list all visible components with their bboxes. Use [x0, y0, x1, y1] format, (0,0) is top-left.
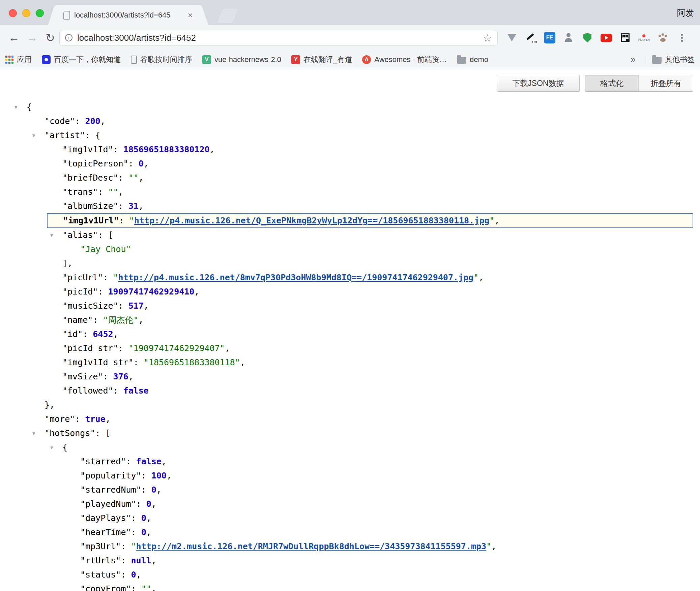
other-bookmarks[interactable]: 其他书签 [646, 55, 695, 65]
collapse-arrow-icon[interactable]: ▼ [50, 440, 53, 455]
json-line: "mp3Url": "http://m2.music.126.net/RMJR7… [0, 539, 700, 554]
json-line: "picId_str": "19097417462929407", [0, 341, 700, 355]
profile-name[interactable]: 阿发 [677, 7, 694, 19]
json-line-highlighted: "img1v1Url": "http://p4.music.126.net/Q_… [47, 213, 693, 228]
json-line: "starred": false, [0, 455, 700, 469]
view-mode-toggle: 格式化 折叠所有 [585, 75, 693, 92]
player-icon: PLAYER [638, 34, 650, 41]
page-icon [131, 56, 137, 64]
bookmarks-overflow-chevron[interactable]: » [631, 54, 636, 65]
apps-grid-icon [5, 56, 13, 64]
json-line: ▼{ [0, 100, 700, 114]
bookmark-baidu[interactable]: 百度一下，你就知道 [42, 55, 121, 65]
json-line: "albumSize": 31, [0, 199, 700, 213]
extensions-row: en FE PLAYER [505, 31, 689, 44]
json-line: ▼{ [0, 440, 700, 455]
forward-button[interactable]: → [23, 31, 41, 44]
bookmark-apps[interactable]: 应用 [5, 55, 32, 65]
url-bar[interactable]: i localhost:3000/artists?id=6452 ☆ [59, 30, 498, 45]
browser-menu-icon[interactable] [675, 31, 689, 44]
bookmark-label: demo [470, 55, 488, 64]
json-line: ▼"artist": { [0, 128, 700, 143]
json-line: "copyFrom": "", [0, 582, 700, 591]
json-url-link[interactable]: http://p4.music.126.net/8mv7qP30Pd3oHW8b… [118, 273, 474, 282]
page-content: 下载JSON数据 格式化 折叠所有 ▼{"code": 200,▼"artist… [0, 69, 700, 591]
json-tree: ▼{"code": 200,▼"artist": {"img1v1Id": 18… [0, 100, 700, 591]
folder-icon [652, 57, 662, 64]
json-line: "img1v1Id": 18569651883380120, [0, 143, 700, 157]
collapse-arrow-icon[interactable]: ▼ [50, 228, 53, 242]
kebab-menu-icon [681, 34, 683, 42]
json-url-link[interactable]: http://m2.music.126.net/RMJR7wDullRqppBk… [136, 541, 487, 551]
window-minimize-button[interactable] [22, 9, 30, 17]
navigation-bar: ← → ↻ i localhost:3000/artists?id=6452 ☆… [0, 25, 700, 50]
window-close-button[interactable] [9, 9, 17, 17]
json-line: "dayPlays": 0, [0, 511, 700, 525]
back-button[interactable]: ← [5, 31, 23, 44]
paw-extension-icon[interactable] [656, 31, 670, 44]
json-line: "briefDesc": "", [0, 171, 700, 185]
json-line: "code": 200, [0, 114, 700, 128]
play-icon [601, 34, 612, 42]
json-line: "picUrl": "http://p4.music.126.net/8mv7q… [0, 271, 700, 285]
bookmark-google-sort[interactable]: 谷歌按时间排序 [131, 55, 192, 65]
triangle-icon [507, 34, 516, 41]
bookmark-label: 应用 [17, 55, 32, 65]
json-line: "starredNum": 0, [0, 483, 700, 497]
bookmark-demo[interactable]: demo [457, 55, 488, 64]
baidu-icon [42, 55, 51, 64]
browser-tab[interactable]: localhost:3000/artists?id=645 × [57, 5, 199, 25]
fehelper-extension-icon[interactable]: FE [543, 31, 556, 44]
collapse-all-button[interactable]: 折叠所有 [639, 75, 693, 92]
translate-pen-extension-icon[interactable]: en [524, 31, 537, 44]
profile-extension-icon[interactable] [562, 31, 575, 44]
json-url-link[interactable]: http://p4.music.126.net/Q_ExePNkmgB2yWyL… [134, 216, 490, 225]
youtube-extension-icon[interactable] [600, 31, 613, 44]
shield-extension-icon[interactable] [581, 31, 594, 44]
awesomes-icon: A [362, 55, 371, 64]
new-tab-button[interactable] [217, 9, 238, 23]
tab-strip: localhost:3000/artists?id=645 × 阿发 [0, 0, 700, 25]
shield-icon [583, 33, 591, 42]
json-line: "popularity": 100, [0, 469, 700, 483]
pen-icon: en [525, 32, 536, 43]
qrcode-extension-icon[interactable] [618, 31, 632, 44]
json-line: "rtUrls": null, [0, 554, 700, 568]
json-line: ▼"hotSongs": [ [0, 426, 700, 440]
bookmark-awesomes[interactable]: A Awesomes - 前端资… [362, 55, 447, 65]
grey-v-extension-icon[interactable] [505, 31, 519, 44]
format-button[interactable]: 格式化 [585, 75, 639, 92]
person-icon [563, 33, 574, 43]
other-bookmarks-label: 其他书签 [665, 55, 695, 65]
bookmarks-bar: 应用 百度一下，你就知道 谷歌按时间排序 V vue-hackernews-2.… [0, 50, 700, 69]
download-json-button[interactable]: 下载JSON数据 [497, 75, 580, 92]
bookmark-star-icon[interactable]: ☆ [483, 32, 492, 44]
json-line: }, [0, 398, 700, 412]
json-line: "topicPerson": 0, [0, 157, 700, 171]
url-input[interactable]: localhost:3000/artists?id=6452 [77, 33, 478, 43]
vue-icon: V [202, 55, 211, 64]
bookmark-label: 在线翻译_有道 [303, 55, 352, 65]
bookmark-label: 百度一下，你就知道 [54, 55, 121, 65]
json-line: "img1v1Id_str": "18569651883380118", [0, 355, 700, 370]
tab-close-icon[interactable]: × [188, 11, 193, 20]
window-fullscreen-button[interactable] [36, 9, 44, 17]
json-line: "followed": false [0, 384, 700, 398]
collapse-arrow-icon[interactable]: ▼ [32, 128, 35, 143]
collapse-arrow-icon[interactable]: ▼ [14, 100, 17, 114]
bookmark-vue-hackernews[interactable]: V vue-hackernews-2.0 [202, 55, 281, 64]
page-info-icon[interactable]: i [65, 34, 72, 41]
collapse-arrow-icon[interactable]: ▼ [32, 426, 35, 440]
bookmark-label: vue-hackernews-2.0 [214, 55, 281, 64]
json-line: ▼"alias": [ [0, 228, 700, 242]
bookmark-label: Awesomes - 前端资… [374, 55, 447, 65]
bookmark-youdao[interactable]: Y 在线翻译_有道 [291, 55, 352, 65]
json-line: "trans": "", [0, 185, 700, 199]
qr-icon [621, 33, 630, 42]
player-extension-icon[interactable]: PLAYER [637, 31, 651, 44]
youdao-icon: Y [291, 55, 300, 64]
json-line: "playedNum": 0, [0, 497, 700, 511]
reload-button[interactable]: ↻ [41, 31, 59, 44]
json-line: "hearTime": 0, [0, 525, 700, 539]
json-line: "name": "周杰伦", [0, 313, 700, 327]
